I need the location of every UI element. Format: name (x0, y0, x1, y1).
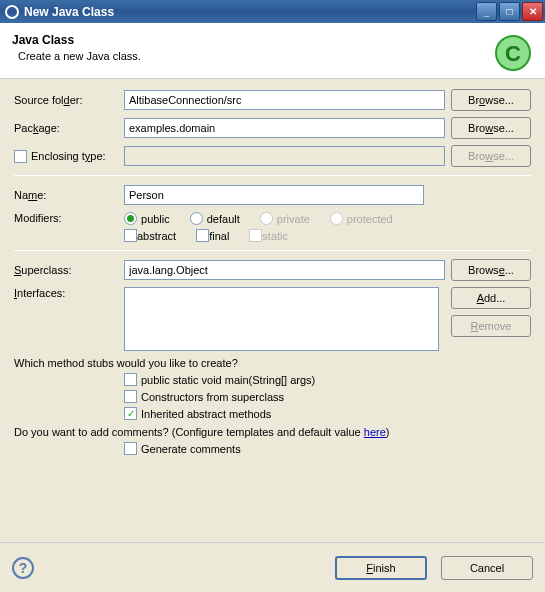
name-input[interactable] (124, 185, 424, 205)
svg-text:C: C (505, 41, 521, 66)
dialog-body: Source folder: Browse... Package: Browse… (0, 79, 545, 469)
close-button[interactable]: ✕ (522, 2, 543, 21)
superclass-browse-button[interactable]: Browse... (451, 259, 531, 281)
superclass-label: Superclass: (14, 264, 124, 276)
dialog-footer: ? Finish Cancel (0, 542, 545, 592)
help-icon[interactable]: ? (12, 557, 34, 579)
page-title: Java Class (12, 33, 493, 47)
enclosing-type-checkbox[interactable] (14, 150, 27, 163)
name-label: Name: (14, 189, 124, 201)
source-folder-input[interactable] (124, 90, 445, 110)
dialog-header: Java Class Create a new Java class. C (0, 23, 545, 79)
enclosing-type-browse-button: Browse... (451, 145, 531, 167)
stub-inherited[interactable]: ✓Inherited abstract methods (124, 407, 531, 420)
interfaces-list[interactable] (124, 287, 439, 351)
configure-here-link[interactable]: here (364, 426, 386, 438)
page-subtitle: Create a new Java class. (18, 50, 493, 62)
source-folder-label: Source folder: (14, 94, 124, 106)
package-label: Package: (14, 122, 124, 134)
enclosing-type-input (124, 146, 445, 166)
class-icon: C (493, 33, 533, 73)
source-folder-browse-button[interactable]: Browse... (451, 89, 531, 111)
modifiers-label: Modifiers: (14, 212, 124, 224)
window-title: New Java Class (24, 5, 476, 19)
separator (14, 250, 531, 251)
stubs-question: Which method stubs would you like to cre… (14, 357, 531, 369)
eclipse-icon (4, 4, 20, 20)
modifier-protected: protected (330, 212, 393, 225)
modifier-default[interactable]: default (190, 212, 240, 225)
enclosing-type-label: Enclosing type: (14, 150, 124, 163)
interfaces-add-button[interactable]: Add... (451, 287, 531, 309)
comments-question: Do you want to add comments? (Configure … (14, 426, 531, 438)
window-buttons: _ □ ✕ (476, 2, 543, 21)
svg-point-0 (6, 6, 18, 18)
stub-main[interactable]: public static void main(String[] args) (124, 373, 531, 386)
superclass-input[interactable] (124, 260, 445, 280)
modifier-public[interactable]: public (124, 212, 170, 225)
separator (14, 175, 531, 176)
package-browse-button[interactable]: Browse... (451, 117, 531, 139)
modifier-private: private (260, 212, 310, 225)
modifier-static: static (249, 229, 288, 242)
interfaces-remove-button: Remove (451, 315, 531, 337)
package-input[interactable] (124, 118, 445, 138)
finish-button[interactable]: Finish (335, 556, 427, 580)
generate-comments[interactable]: Generate comments (124, 442, 531, 455)
maximize-button[interactable]: □ (499, 2, 520, 21)
cancel-button[interactable]: Cancel (441, 556, 533, 580)
interfaces-label: Interfaces: (14, 287, 124, 299)
minimize-button[interactable]: _ (476, 2, 497, 21)
modifier-abstract[interactable]: abstract (124, 229, 176, 242)
stub-constructors[interactable]: Constructors from superclass (124, 390, 531, 403)
title-bar: New Java Class _ □ ✕ (0, 0, 545, 23)
modifier-final[interactable]: final (196, 229, 229, 242)
